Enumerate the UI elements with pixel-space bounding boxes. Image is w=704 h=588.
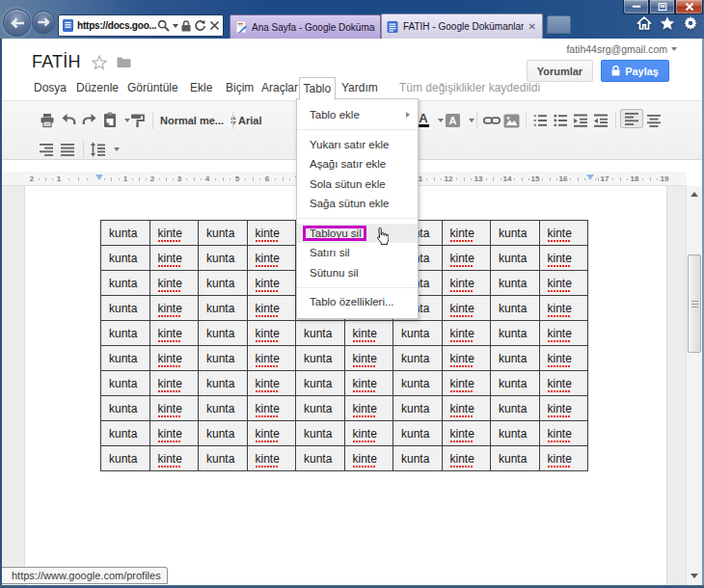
table-cell[interactable]: kinte [149, 421, 199, 446]
table-cell[interactable]: kunta [393, 321, 443, 346]
menubar-item-araçlar[interactable]: Araçlar [256, 77, 304, 99]
table-cell[interactable]: kinte [344, 346, 393, 371]
table-cell[interactable]: kinte [539, 221, 588, 246]
table-cell[interactable]: kinte [247, 321, 296, 346]
table-cell[interactable]: kinte [149, 246, 199, 271]
undo-icon[interactable] [61, 111, 76, 130]
table-cell[interactable]: kunta [101, 346, 150, 371]
table-cell[interactable]: kunta [199, 371, 248, 396]
table-cell[interactable]: kunta [199, 346, 248, 371]
table-cell[interactable]: kunta [101, 371, 150, 396]
table-cell[interactable]: kinte [539, 371, 588, 396]
table-cell[interactable]: kunta [393, 446, 443, 471]
maximize-button[interactable] [649, 0, 675, 14]
menubar-item-görüntüle[interactable]: Görüntüle [122, 77, 184, 99]
table-cell[interactable]: kinte [539, 421, 588, 446]
table-cell[interactable]: kinte [247, 296, 296, 321]
table-cell[interactable]: kinte [247, 421, 296, 446]
back-button[interactable] [3, 9, 31, 37]
table-cell[interactable]: kinte [149, 271, 199, 296]
table-cell[interactable]: kinte [539, 296, 588, 321]
table-cell[interactable]: kunta [199, 421, 248, 446]
table-cell[interactable]: kinte [149, 396, 199, 421]
menubar-item-dosya[interactable]: Dosya [28, 77, 72, 99]
numbered-list-icon[interactable] [532, 111, 548, 130]
folder-icon[interactable] [117, 56, 131, 68]
redo-icon[interactable] [82, 111, 97, 130]
table-cell[interactable]: kunta [199, 296, 248, 321]
table-cell[interactable]: kinte [539, 246, 588, 271]
table-cell[interactable]: kunta [101, 421, 150, 446]
table-cell[interactable]: kinte [442, 346, 491, 371]
table-cell[interactable]: kinte [149, 446, 199, 471]
menu-item-tablo-zellikleri-[interactable]: Tablo özellikleri... [297, 292, 418, 312]
table-cell[interactable]: kinte [539, 271, 588, 296]
paint-format-icon[interactable] [130, 111, 146, 130]
table-cell[interactable]: kinte [149, 346, 199, 371]
table-cell[interactable]: kunta [296, 446, 345, 471]
scroll-down-button[interactable] [687, 568, 702, 584]
tab-ana-sayfa[interactable]: Ana Sayfa - Google Dokümanlar [230, 14, 381, 39]
refresh-icon[interactable] [194, 19, 206, 32]
table-cell[interactable]: kinte [344, 321, 393, 346]
table-cell[interactable]: kunta [296, 346, 345, 371]
menubar-item-biçim[interactable]: Biçim [220, 77, 259, 99]
table-cell[interactable]: kunta [296, 396, 345, 421]
scroll-up-button[interactable] [687, 186, 702, 202]
table-cell[interactable]: kunta [296, 421, 345, 446]
table-cell[interactable]: kinte [149, 221, 199, 246]
table-cell[interactable]: kinte [247, 446, 296, 471]
scroll-thumb[interactable] [688, 254, 701, 353]
search-dropdown-icon[interactable] [173, 24, 178, 28]
table-cell[interactable]: kunta [296, 321, 345, 346]
table-cell[interactable]: kinte [149, 296, 199, 321]
indent-marker-icon[interactable] [586, 174, 594, 180]
menubar-item-tablo[interactable]: Tablo [299, 77, 337, 100]
table-cell[interactable]: kinte [344, 421, 393, 446]
highlight-color-icon[interactable]: A [445, 111, 461, 130]
table-cell[interactable]: kinte [247, 346, 296, 371]
align-center-icon[interactable] [646, 111, 662, 130]
table-cell[interactable]: kinte [442, 446, 491, 471]
home-icon[interactable] [636, 15, 652, 31]
table-cell[interactable]: kunta [491, 296, 540, 321]
table-cell[interactable]: kunta [101, 271, 150, 296]
table-cell[interactable]: kunta [393, 421, 443, 446]
line-spacing-icon[interactable] [90, 140, 106, 159]
menubar-item-yardım[interactable]: Yardım [336, 77, 384, 99]
minimize-button[interactable] [623, 0, 649, 14]
indent-marker-icon[interactable] [95, 174, 103, 180]
table-cell[interactable]: kunta [491, 396, 540, 421]
align-right-icon[interactable] [39, 140, 54, 159]
table-cell[interactable]: kinte [247, 221, 296, 246]
table-cell[interactable]: kinte [539, 446, 588, 471]
align-left-icon[interactable] [620, 109, 643, 128]
table-cell[interactable]: kinte [344, 371, 393, 396]
print-icon[interactable] [40, 111, 55, 130]
table-cell[interactable]: kinte [539, 396, 588, 421]
table-cell[interactable]: kunta [393, 346, 443, 371]
table-cell[interactable]: kinte [247, 271, 296, 296]
table-cell[interactable]: kunta [101, 296, 150, 321]
document-title[interactable]: FATİH [32, 52, 81, 72]
table-cell[interactable]: kunta [491, 221, 540, 246]
table-cell[interactable]: kunta [199, 271, 248, 296]
table-cell[interactable]: kinte [149, 321, 199, 346]
table-cell[interactable]: kinte [442, 321, 491, 346]
table-cell[interactable]: kunta [296, 371, 345, 396]
highlight-dropdown-icon[interactable] [469, 119, 474, 122]
search-icon[interactable] [157, 19, 170, 32]
menu-item-sola-s-tun-ekle[interactable]: Sola sütun ekle [297, 174, 418, 195]
table-cell[interactable]: kunta [491, 271, 540, 296]
table-cell[interactable]: kunta [491, 371, 540, 396]
scrollbar[interactable] [686, 186, 702, 585]
address-bar[interactable]: https://docs.goo... [58, 14, 224, 37]
table-cell[interactable]: kinte [442, 371, 491, 396]
table-cell[interactable]: kinte [344, 446, 393, 471]
bulleted-list-icon[interactable] [553, 111, 568, 130]
table-cell[interactable]: kunta [393, 371, 443, 396]
table-cell[interactable]: kinte [442, 421, 491, 446]
tab-close-icon[interactable]: ✕ [528, 22, 535, 32]
menubar-item-ekle[interactable]: Ekle [184, 77, 218, 99]
table-cell[interactable]: kunta [491, 246, 540, 271]
